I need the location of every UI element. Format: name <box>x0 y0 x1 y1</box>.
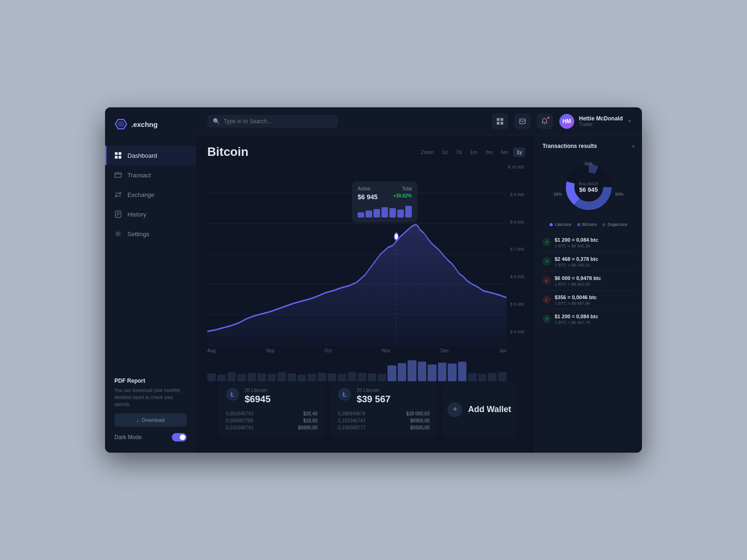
zoom-1d[interactable]: 1d <box>438 147 451 157</box>
sidebar-item-history[interactable]: History <box>105 204 196 224</box>
search-box[interactable]: 🔍 <box>207 115 338 128</box>
wallet-subtitle: 20 Litecoin <box>245 388 271 393</box>
time-axis: Aug Sep Oct Nov Dec Jan <box>207 346 525 353</box>
wallet-section: Ł 20 Litecoin $6945 0,001045743 $26,40 <box>207 381 525 445</box>
search-icon: 🔍 <box>213 118 220 125</box>
tx-sub: 1 BTC = $6 467,78 <box>555 320 634 325</box>
mail-button[interactable] <box>514 113 530 129</box>
transactions-header: Transactions results ▾ <box>543 143 634 149</box>
mini-bar <box>247 373 256 381</box>
tx-sub: 1 BTC = $6 887,89 <box>555 301 634 306</box>
mini-bar <box>288 373 296 381</box>
zoom-1m[interactable]: 1m <box>467 147 480 157</box>
wallet-address: 0,001045743 <box>226 411 253 416</box>
wallet-table-row: 0,001045743 $26,40 <box>226 410 317 417</box>
mini-bar-highlighted <box>448 364 456 381</box>
price-label: $ 9 000 <box>508 192 525 197</box>
grid-view-button[interactable] <box>492 113 508 129</box>
chart-header: Bitcoin Zoom 1d 7d 1m 3m 6m 1y <box>207 145 525 159</box>
download-icon: ↓ <box>136 417 139 423</box>
legend-label: Litecoins <box>555 222 571 227</box>
tooltip-bar <box>397 210 404 217</box>
download-button[interactable]: ↓ Download <box>114 413 187 427</box>
wallet-address: 0,101046743 <box>338 418 365 423</box>
app-window: .exchng Dashboard Transact <box>105 107 642 453</box>
notification-button[interactable] <box>537 113 553 129</box>
sidebar-item-exchange[interactable]: Exchange <box>105 185 196 204</box>
mini-bar-highlighted <box>398 363 406 381</box>
donut-balance-label: BALANCE <box>578 182 598 186</box>
wallet-card-1: Ł 20 Litecoin $6945 0,001045743 $26,40 <box>218 381 325 438</box>
tx-info: $356 = 0,0046 btc 1 BTC = $6 887,89 <box>555 294 634 306</box>
mini-bar <box>368 373 376 381</box>
settings-icon <box>114 230 122 238</box>
zoom-3m[interactable]: 3m <box>482 147 496 157</box>
zoom-controls: Zoom 1d 7d 1m 3m 6m 1y <box>421 147 525 157</box>
tx-amount: $6 000 = 0,9478 btc <box>555 275 634 281</box>
user-info[interactable]: HM Hettie McDonald Trader ▾ <box>559 114 631 129</box>
sidebar-logo: .exchng <box>105 107 196 141</box>
mini-bar <box>257 373 266 381</box>
mini-bars <box>207 355 507 381</box>
zoom-label: Zoom <box>421 149 434 155</box>
tx-arrow-up: ↗ <box>543 315 551 323</box>
tooltip-active-label: Active <box>358 186 370 191</box>
zoom-7d[interactable]: 7d <box>452 147 465 157</box>
transact-icon <box>114 171 122 179</box>
wallet-address: 0,100000777 <box>338 425 365 430</box>
price-labels: $ 10 000 $ 9 000 $ 8 000 $ 7 000 $ 6 000… <box>508 163 525 336</box>
wallet-amount: $39 567 <box>357 394 390 405</box>
chart-area: Bitcoin Zoom 1d 7d 1m 3m 6m 1y $ 10 000 <box>196 135 535 453</box>
wallet-value: $26,40 <box>303 411 317 416</box>
mini-bar <box>308 374 316 381</box>
wallet-card-header: Ł 20 Litecoin $39 567 <box>338 388 430 405</box>
tx-sub: 1 BTC = $8 185,51 <box>555 263 634 267</box>
mini-bar-highlighted <box>408 360 416 381</box>
tx-amount: $1 200 = 0,084 btc <box>555 237 634 243</box>
sidebar-item-settings[interactable]: Settings <box>105 224 196 244</box>
sidebar-item-dashboard[interactable]: Dashboard <box>105 146 196 165</box>
chevron-down-icon: ▾ <box>628 119 631 124</box>
svg-marker-1 <box>117 121 125 127</box>
time-label-jan: Jan <box>499 348 507 353</box>
price-label: $ 7 000 <box>508 247 525 252</box>
wallet-card-header: Ł 20 Litecoin $6945 <box>226 388 317 405</box>
wallet-table-row: 0,101046743 $6900,00 <box>338 417 430 424</box>
mini-bar <box>277 372 286 381</box>
donut-container: BALANCE $6 945 32% 18% 50% Litecoins <box>543 157 634 227</box>
legend-dot <box>602 223 606 226</box>
mini-bar-highlighted <box>418 362 426 381</box>
price-label: $ 6 000 <box>508 274 525 279</box>
add-wallet-card[interactable]: + Add Wallet <box>443 381 516 438</box>
mail-icon <box>519 119 526 124</box>
svg-rect-4 <box>115 156 118 159</box>
sidebar-item-transact[interactable]: Transact <box>105 165 196 185</box>
wallet-table-row: 0,100000777 $5500,00 <box>338 424 430 431</box>
mini-bar <box>268 374 276 381</box>
tooltip-bar <box>405 206 412 217</box>
tooltip-bar <box>374 209 380 217</box>
pdf-report-desc: You can download your monthly detailed r… <box>114 387 187 408</box>
zoom-1y[interactable]: 1y <box>513 147 525 157</box>
transaction-list: ↗ $1 200 = 0,084 btc 1 BTC = $6 542,36 ↗… <box>543 233 634 329</box>
sidebar-bottom: PDF Report You can download your monthly… <box>105 370 196 453</box>
pct-50-label: 50% <box>615 192 623 196</box>
mini-bar <box>297 375 306 381</box>
dark-mode-label: Dark Mode <box>114 434 142 441</box>
mini-bar <box>478 374 486 381</box>
tx-info: $2 468 = 0,378 btc 1 BTC = $8 185,51 <box>555 256 634 267</box>
price-label: $ 10 000 <box>508 165 525 169</box>
mini-bar <box>498 372 507 381</box>
notification-dot <box>547 116 550 119</box>
donut-balance-value: $6 945 <box>578 186 598 193</box>
donut-legend: Litecoins Bitcoins Dogecoins <box>550 222 627 227</box>
transactions-dropdown[interactable]: ▾ <box>632 144 634 149</box>
time-label-aug: Aug <box>207 348 216 353</box>
time-label-dec: Dec <box>440 348 449 353</box>
dark-mode-toggle[interactable] <box>172 433 187 441</box>
tx-amount: $2 468 = 0,378 btc <box>555 256 634 262</box>
search-input[interactable] <box>224 118 332 125</box>
time-label-nov: Nov <box>382 348 390 353</box>
chart-tooltip: Active Total $6 945 +30.62% <box>352 182 417 222</box>
zoom-6m[interactable]: 6m <box>498 147 511 157</box>
